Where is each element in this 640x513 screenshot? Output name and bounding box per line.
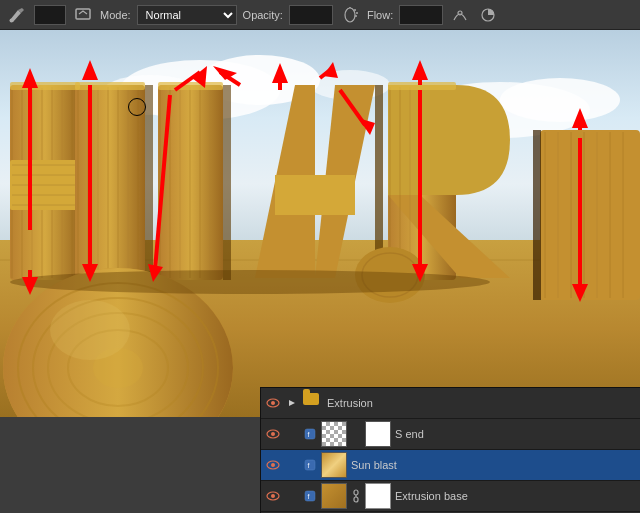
airbrush-icon[interactable] bbox=[339, 4, 361, 26]
layer-chain-icon bbox=[351, 426, 361, 442]
svg-point-74 bbox=[50, 300, 130, 360]
layer-mask-thumbnail bbox=[365, 483, 391, 509]
svg-rect-65 bbox=[158, 82, 223, 90]
svg-point-119 bbox=[271, 432, 275, 436]
svg-rect-124 bbox=[305, 460, 315, 470]
svg-text:f: f bbox=[308, 462, 310, 469]
svg-point-4 bbox=[354, 9, 356, 11]
svg-rect-63 bbox=[10, 82, 80, 90]
svg-point-123 bbox=[271, 463, 275, 467]
layer-thumbnail bbox=[321, 483, 347, 509]
svg-rect-120 bbox=[305, 429, 315, 439]
svg-point-14 bbox=[500, 78, 620, 122]
flow-input[interactable]: 100% bbox=[399, 5, 443, 25]
svg-rect-52 bbox=[223, 85, 231, 280]
svg-rect-77 bbox=[540, 130, 640, 300]
layer-visibility-toggle[interactable] bbox=[265, 457, 281, 473]
layer-visibility-toggle[interactable] bbox=[265, 395, 281, 411]
layer-fx-icon: f bbox=[303, 427, 317, 441]
toggle-icon-1[interactable] bbox=[72, 4, 94, 26]
svg-point-127 bbox=[271, 494, 275, 498]
mode-label: Mode: bbox=[100, 9, 131, 21]
layer-fx-icon: f bbox=[303, 489, 317, 503]
svg-rect-64 bbox=[75, 82, 145, 90]
layers-panel: Extrusion f S end bbox=[260, 387, 640, 513]
layer-name: Extrusion base bbox=[395, 490, 636, 502]
svg-rect-43 bbox=[145, 85, 153, 280]
svg-rect-130 bbox=[354, 490, 358, 495]
layer-name: Extrusion bbox=[327, 397, 636, 409]
svg-point-116 bbox=[271, 401, 275, 405]
svg-rect-85 bbox=[533, 130, 541, 300]
layer-folder-icon bbox=[303, 393, 323, 413]
canvas-area[interactable] bbox=[0, 30, 640, 417]
layer-visibility-toggle[interactable] bbox=[265, 488, 281, 504]
opacity-label: Opacity: bbox=[243, 9, 283, 21]
canvas-image bbox=[0, 30, 640, 417]
brush-size-input[interactable]: 35 bbox=[34, 5, 66, 25]
tablet-opacity-icon[interactable] bbox=[477, 4, 499, 26]
layer-row[interactable]: f Extrusion base bbox=[261, 481, 640, 512]
svg-point-6 bbox=[355, 15, 357, 17]
svg-point-0 bbox=[10, 18, 14, 22]
layer-row[interactable]: f S end bbox=[261, 419, 640, 450]
layer-fx-icon: f bbox=[303, 458, 317, 472]
layer-thumbnail bbox=[321, 421, 347, 447]
layer-name: Sun blast bbox=[351, 459, 636, 471]
opacity-input[interactable]: 100% bbox=[289, 5, 333, 25]
svg-point-2 bbox=[345, 8, 355, 22]
svg-point-5 bbox=[356, 12, 358, 14]
svg-rect-35 bbox=[75, 85, 145, 280]
tablet-pressure-icon[interactable] bbox=[449, 4, 471, 26]
layer-mask-thumbnail bbox=[365, 421, 391, 447]
layer-name: S end bbox=[395, 428, 636, 440]
svg-rect-128 bbox=[305, 491, 315, 501]
layer-thumbnail bbox=[321, 452, 347, 478]
brush-tool-icon[interactable] bbox=[6, 4, 28, 26]
svg-marker-117 bbox=[289, 400, 295, 406]
toolbar: 35 Mode: Normal Dissolve Multiply Screen… bbox=[0, 0, 640, 30]
layer-chain-icon bbox=[351, 488, 361, 504]
svg-rect-131 bbox=[354, 497, 358, 502]
svg-rect-55 bbox=[275, 175, 355, 215]
svg-text:f: f bbox=[308, 493, 310, 500]
layer-row[interactable]: Extrusion bbox=[261, 388, 640, 419]
layer-expand-icon[interactable] bbox=[285, 396, 299, 410]
flow-label: Flow: bbox=[367, 9, 393, 21]
mode-select[interactable]: Normal Dissolve Multiply Screen Overlay bbox=[137, 5, 237, 25]
layer-row[interactable]: f Sun blast bbox=[261, 450, 640, 481]
svg-text:f: f bbox=[308, 431, 310, 438]
layer-visibility-toggle[interactable] bbox=[265, 426, 281, 442]
